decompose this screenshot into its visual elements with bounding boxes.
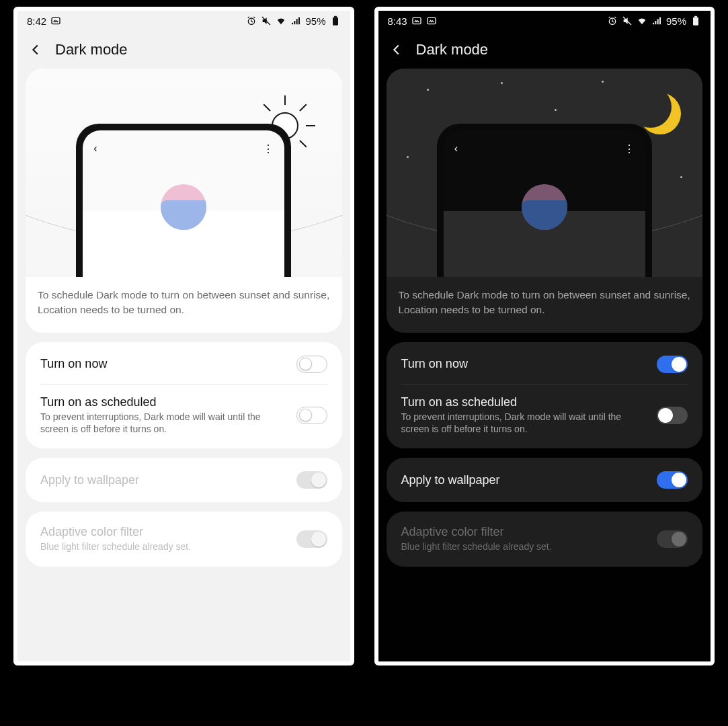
row-title: Turn on now [401, 357, 648, 371]
toggle-apply-wallpaper [296, 471, 327, 489]
toggle-adaptive-color-filter [657, 530, 688, 548]
card-color-filter: Adaptive color filter Blue light filter … [387, 512, 703, 566]
svg-rect-0 [52, 17, 60, 24]
row-subtitle: To prevent interruptions, Dark mode will… [401, 411, 648, 435]
row-subtitle: Blue light filter schedule already set. [40, 540, 287, 553]
app-bar: Dark mode [17, 31, 350, 69]
app-bar: Dark mode [378, 31, 711, 69]
row-title: Turn on as scheduled [40, 395, 287, 409]
hero-card: ‹ ⋮ To schedule Dark mode to turn on bet… [387, 69, 703, 333]
battery-icon [330, 15, 341, 26]
screenshot-dark: 8:43 95% Dark mode [374, 7, 715, 666]
row-turn-on-now[interactable]: Turn on now [26, 345, 342, 384]
back-button[interactable] [28, 42, 43, 57]
mock-more-icon: ⋮ [624, 143, 635, 155]
battery-percent: 95% [666, 15, 686, 27]
mock-back-icon: ‹ [454, 143, 458, 155]
row-adaptive-color-filter: Adaptive color filter Blue light filter … [26, 514, 342, 563]
signal-icon [290, 15, 301, 26]
row-turn-on-now[interactable]: Turn on now [387, 345, 703, 384]
screenshot-icon [50, 15, 61, 26]
hero-description: To schedule Dark mode to turn on between… [387, 284, 703, 322]
row-turn-on-scheduled[interactable]: Turn on as scheduled To prevent interrup… [387, 385, 703, 446]
toggle-turn-on-now[interactable] [657, 356, 688, 373]
row-subtitle: Blue light filter schedule already set. [401, 540, 648, 553]
wifi-icon [637, 15, 647, 26]
svg-rect-3 [333, 17, 338, 26]
status-bar: 8:43 95% [378, 11, 711, 31]
wifi-icon [276, 15, 286, 26]
row-title: Turn on now [40, 357, 287, 371]
screenshot-light: 8:42 95% Dark mode [13, 7, 354, 666]
row-apply-wallpaper[interactable]: Apply to wallpaper [387, 460, 703, 499]
screenshot-icon [411, 15, 422, 26]
svg-rect-9 [693, 17, 698, 26]
toggle-adaptive-color-filter [296, 530, 327, 548]
screenshot-icon [426, 15, 437, 26]
back-button[interactable] [389, 42, 404, 57]
svg-rect-10 [694, 16, 697, 17]
phone-mockup: ‹ ⋮ [437, 124, 652, 277]
card-color-filter: Adaptive color filter Blue light filter … [26, 512, 342, 566]
mute-icon [622, 15, 633, 26]
svg-rect-4 [334, 16, 337, 17]
row-title: Apply to wallpaper [40, 473, 287, 487]
page-title: Dark mode [55, 41, 128, 58]
hero-card: ‹ ⋮ To schedule Dark mode to turn on bet… [26, 69, 342, 333]
row-title: Apply to wallpaper [401, 473, 648, 487]
alarm-icon [607, 15, 618, 26]
card-wallpaper: Apply to wallpaper [387, 458, 703, 502]
toggle-turn-on-now[interactable] [296, 356, 327, 373]
mock-back-icon: ‹ [93, 143, 97, 155]
battery-percent: 95% [305, 15, 325, 27]
illustration-day: ‹ ⋮ [26, 69, 342, 277]
status-bar: 8:42 95% [17, 11, 350, 31]
svg-rect-5 [413, 17, 421, 24]
card-wallpaper: Apply to wallpaper [26, 458, 342, 502]
moon-icon [639, 93, 681, 134]
row-turn-on-scheduled[interactable]: Turn on as scheduled To prevent interrup… [26, 385, 342, 446]
toggle-turn-on-scheduled[interactable] [657, 407, 688, 424]
phone-mockup: ‹ ⋮ [76, 124, 291, 277]
battery-icon [690, 15, 701, 26]
illustration-night: ‹ ⋮ [387, 69, 703, 277]
svg-rect-6 [428, 17, 436, 24]
row-title: Turn on as scheduled [401, 395, 648, 409]
card-schedule: Turn on now Turn on as scheduled To prev… [387, 342, 703, 448]
mute-icon [261, 15, 272, 26]
card-schedule: Turn on now Turn on as scheduled To prev… [26, 342, 342, 448]
page-title: Dark mode [416, 41, 489, 58]
mock-more-icon: ⋮ [263, 143, 274, 155]
hero-description: To schedule Dark mode to turn on between… [26, 284, 342, 322]
row-adaptive-color-filter: Adaptive color filter Blue light filter … [387, 514, 703, 563]
alarm-icon [246, 15, 257, 26]
toggle-turn-on-scheduled[interactable] [296, 407, 327, 424]
row-title: Adaptive color filter [40, 525, 287, 539]
status-time: 8:42 [27, 15, 46, 27]
row-subtitle: To prevent interruptions, Dark mode will… [40, 411, 287, 435]
row-title: Adaptive color filter [401, 525, 648, 539]
row-apply-wallpaper: Apply to wallpaper [26, 460, 342, 499]
toggle-apply-wallpaper[interactable] [657, 471, 688, 489]
signal-icon [651, 15, 662, 26]
status-time: 8:43 [388, 15, 407, 27]
